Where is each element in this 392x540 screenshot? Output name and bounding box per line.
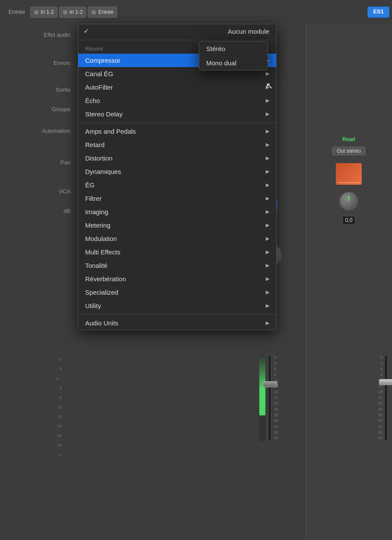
menu-item-retard[interactable]: Retard ▶: [78, 138, 276, 151]
entree-btn-label: Entrée: [98, 9, 113, 15]
separator-2: [78, 122, 276, 123]
arrow-icon-reverb: ▶: [266, 276, 269, 282]
envois-label: Envois: [0, 45, 76, 80]
arrow-icon-retard: ▶: [266, 142, 269, 148]
entree-label: Entrée: [3, 9, 29, 15]
menu-item-distortion[interactable]: Distortion ▶: [78, 151, 276, 165]
es1-button[interactable]: ES1: [367, 6, 389, 18]
es1-label: ES1: [373, 8, 384, 15]
separator-1: [78, 40, 276, 40]
link-icon-1: ⊕: [34, 9, 39, 16]
arrow-icon-dynamiques: ▶: [266, 169, 269, 174]
arrow-icon-eg: ▶: [266, 182, 269, 188]
db-display: 0,0: [306, 212, 392, 228]
automation-label: Automation: [0, 119, 76, 143]
menu-item-multi-effects[interactable]: Multi Effects ▶: [78, 245, 276, 259]
audio-units-label: Audio Units: [85, 319, 118, 327]
menu-item-no-module[interactable]: ✓ Aucun module: [78, 24, 276, 38]
menu-item-echo[interactable]: Écho ▶: [78, 94, 276, 107]
sortie-label: Sortie: [0, 80, 76, 100]
utility-label: Utility: [85, 302, 101, 309]
submenu-item-mono-dual[interactable]: Mono dual: [199, 56, 268, 70]
link-icon-2: ⊕: [63, 9, 68, 16]
multi-effects-label: Multi Effects: [85, 248, 120, 256]
out-stereo-btn[interactable]: Out stéréo: [332, 147, 366, 155]
menu-item-audio-units[interactable]: Audio Units ▶: [78, 316, 276, 330]
out-stereo-container[interactable]: Out stéréo: [306, 144, 392, 158]
fader-thumb-center[interactable]: [263, 381, 277, 387]
menu-item-reverberation[interactable]: Réverbération ▶: [78, 272, 276, 286]
menu-item-metering[interactable]: Metering ▶: [78, 219, 276, 232]
arrow-icon-echo: ▶: [266, 98, 269, 103]
reverberation-label: Réverbération: [85, 275, 126, 283]
arrow-icon-distortion: ▶: [266, 155, 269, 161]
stereo-label: Stéréo: [206, 45, 225, 52]
pan-knob-right[interactable]: [306, 190, 392, 212]
in12-label-2: In 1-2: [70, 9, 83, 15]
compressor-submenu[interactable]: Stéréo Mono dual: [199, 41, 268, 71]
entree-btn[interactable]: ⊕ Entrée: [88, 6, 117, 18]
modulation-label: Modulation: [85, 235, 117, 242]
in12-label-1: In 1-2: [41, 9, 54, 15]
tonalite-label: Tonalité: [85, 262, 108, 269]
menu-item-tonalite[interactable]: Tonalité ▶: [78, 259, 276, 272]
eg-label: ÉG: [85, 181, 95, 189]
arrow-icon-modulation: ▶: [266, 236, 269, 241]
instrument-area: [306, 158, 392, 190]
db-label: dB: [0, 201, 76, 221]
fader-track-right[interactable]: [384, 355, 388, 441]
fader-scale-center: 0 3 6 9 12 15 18 21 24 30 35 40 45 50 60: [274, 355, 278, 441]
arrow-icon-tonalite: ▶: [266, 263, 269, 268]
top-bar: Entrée ⊕ In 1-2 ⊕ In 1-2 ⊕ Entrée ES1: [0, 0, 392, 24]
autofilter-label: AutoFilter: [85, 84, 113, 91]
menu-item-eg[interactable]: ÉG ▶: [78, 178, 276, 192]
arrow-icon-amps: ▶: [266, 129, 269, 134]
metering-label: Metering: [85, 222, 110, 229]
mono-dual-label: Mono dual: [206, 59, 236, 67]
db-value-display: 0,0: [342, 216, 356, 225]
fader-vu-area-right: 0 3 6 9 12 15 18 21 24 30 35 40 45 50 60: [378, 355, 388, 441]
vca-label: VCA: [0, 182, 76, 201]
specialized-label: Specialized: [85, 289, 118, 296]
stereo-delay-label: Stereo Delay: [85, 110, 123, 118]
right-content-panel: Read Out stéréo 0,0: [306, 24, 392, 228]
arrow-icon-metering: ▶: [266, 222, 269, 228]
menu-item-dynamiques[interactable]: Dynamiques ▶: [78, 165, 276, 178]
groupe-label: Groupe: [0, 100, 76, 119]
retard-label: Retard: [85, 141, 105, 148]
fader-track-center[interactable]: [268, 355, 271, 441]
fader-scale-right: 0 3 6 9 12 15 18 21 24 30 35 40 45 50 60: [378, 355, 382, 441]
menu-item-autofilter[interactable]: AutoFilter ▶: [78, 80, 276, 94]
menu-item-filtrer[interactable]: Filtrer ▶: [78, 192, 276, 205]
in12-btn-2[interactable]: ⊕ In 1-2: [59, 6, 86, 18]
checkmark-icon: ✓: [83, 27, 89, 35]
arrow-icon-multi-effects: ▶: [266, 249, 269, 255]
pan-knob-control[interactable]: [339, 192, 358, 211]
amps-pedals-label: Amps and Pedals: [85, 128, 136, 135]
menu-item-stereo-delay[interactable]: Stereo Delay ▶: [78, 107, 276, 121]
arrow-icon-stereo-delay: ▶: [266, 111, 269, 117]
left-labels: Effet audio Envois Sortie Groupe Automat…: [0, 24, 76, 221]
separator-3: [78, 314, 276, 315]
fader-vu-area-center: 0 3 6 9 12 15 18 21 24 30 35 40 45 50 60: [259, 355, 278, 441]
fader-thumb-right[interactable]: [379, 379, 392, 385]
imaging-label: Imaging: [85, 208, 108, 215]
arrow-icon-utility: ▶: [266, 303, 269, 309]
menu-item-utility[interactable]: Utility ▶: [78, 299, 276, 312]
no-module-label: Aucun module: [228, 28, 269, 35]
in12-btn-1[interactable]: ⊕ In 1-2: [30, 6, 57, 18]
canal-eg-label: Canal ÉG: [85, 70, 113, 77]
arrow-icon-filtrer: ▶: [266, 196, 269, 201]
arrow-icon-autofilter: ▶: [266, 84, 269, 90]
menu-item-modulation[interactable]: Modulation ▶: [78, 232, 276, 245]
read-badge-right: Read: [306, 24, 392, 144]
menu-item-specialized[interactable]: Specialized ▶: [78, 286, 276, 299]
arrow-icon-specialized: ▶: [266, 289, 269, 295]
vu-meter-left: [259, 355, 265, 441]
submenu-item-stereo[interactable]: Stéréo: [199, 42, 268, 56]
fader-scale-left: 6 3 0 – 3 6 10 15 20 30 40 ∞: [56, 355, 62, 460]
arrow-icon-imaging: ▶: [266, 209, 269, 215]
menu-item-amps-pedals[interactable]: Amps and Pedals ▶: [78, 125, 276, 138]
link-icon-3: ⊕: [91, 9, 96, 16]
menu-item-imaging[interactable]: Imaging ▶: [78, 205, 276, 219]
